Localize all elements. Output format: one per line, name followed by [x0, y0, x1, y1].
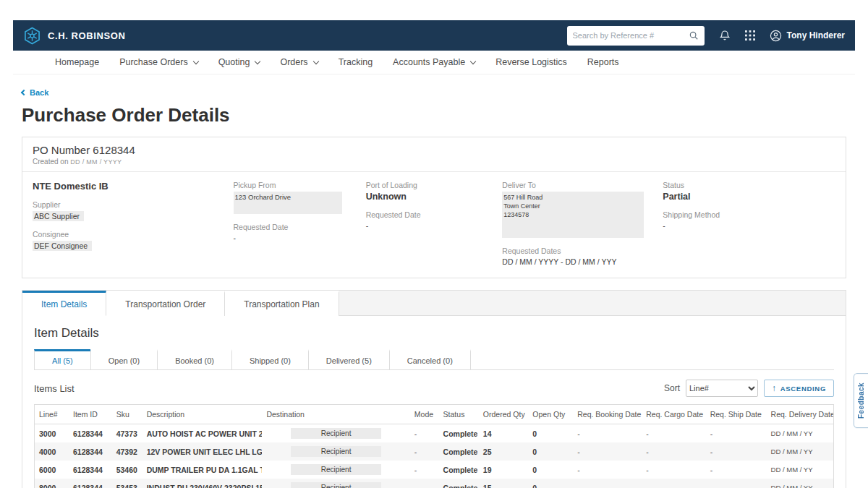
created-on: Created on DD / MM / YYYY [33, 158, 835, 166]
chevron-left-icon [21, 90, 27, 95]
requested-dates-value: DD / MM / YYYY - DD / MM / YYY [502, 257, 663, 266]
destination-value: Recipient [291, 482, 382, 488]
table-cell-destination: Recipient [262, 442, 409, 461]
table-cell-ordered-qty: 15 [479, 479, 529, 488]
table-cell-req-delivery-date: DD / MM / YY [767, 442, 834, 461]
filter-tab-all-5[interactable]: All (5) [34, 349, 91, 369]
port-of-loading-value: Unknown [366, 192, 503, 202]
tab-item-details[interactable]: Item Details [22, 291, 106, 316]
filter-tab-delivered-5[interactable]: Delivered (5) [308, 349, 390, 369]
table-cell-destination: Recipient [262, 479, 409, 488]
po-summary-card: PO Number 6128344 Created on DD / MM / Y… [22, 137, 846, 278]
table-cell-mode: - [410, 479, 439, 488]
tab-transportation-order[interactable]: Transportation Order [106, 291, 225, 316]
table-cell-open-qty: 0 [528, 479, 573, 488]
back-link[interactable]: Back [22, 88, 48, 97]
table-cell-description: DUMP TRAILER PU DA 1.1GAL TANK [142, 461, 263, 479]
sort-direction-button[interactable]: ↑ ASCENDING [764, 380, 834, 397]
user-menu[interactable]: Tony Hinderer [770, 30, 845, 42]
feedback-button[interactable]: Feedback [854, 373, 868, 428]
table-cell-mode: - [410, 424, 439, 443]
item-details-heading: Item Details [34, 326, 834, 341]
nav-item-homepage[interactable]: Homepage [55, 57, 99, 67]
table-cell-line: 6000 [35, 461, 69, 479]
search-icon[interactable] [689, 30, 699, 40]
pickup-from-label: Pickup From [234, 181, 366, 189]
brand-name: C.H. ROBINSON [48, 30, 125, 41]
column-header-req-booking-date: Req. Booking Date [573, 405, 642, 424]
table-row[interactable]: 3000612834447373AUTO HOIST AC POWER UNIT… [35, 424, 834, 443]
items-toolbar: Items List Sort Line# ↑ ASCENDING [34, 380, 834, 397]
requested-dates-label: Requested Dates [502, 247, 663, 255]
items-table-head-row: Line#Item IDSkuDescriptionDestinationMod… [35, 405, 834, 424]
global-search[interactable] [567, 26, 705, 46]
table-row[interactable]: 6000612834453460DUMP TRAILER PU DA 1.1GA… [35, 461, 834, 479]
table-cell-status: Complete [439, 442, 479, 461]
nav-item-quoting[interactable]: Quoting [218, 57, 260, 67]
table-cell-description: AUTO HOIST AC POWER UNIT 230V [142, 424, 263, 443]
nav-item-label: Homepage [55, 57, 99, 67]
table-cell-req-ship-date: - [706, 461, 767, 479]
filter-tabs: All (5)Open (0)Booked (0)Shipped (0)Deli… [34, 349, 834, 370]
search-input[interactable] [573, 31, 689, 40]
table-cell-line: 8000 [35, 479, 69, 488]
nav-item-orders[interactable]: Orders [280, 57, 318, 67]
table-cell-mode: - [410, 461, 439, 479]
notifications-bell-icon[interactable] [719, 30, 731, 41]
supplier-label: Supplier [33, 200, 234, 209]
table-cell-req-cargo-date: - [642, 479, 705, 488]
table-cell-status: Complete [439, 479, 479, 488]
table-cell-req-delivery-date: DD / MM / YY [767, 461, 834, 479]
table-row[interactable]: 400061283444739212V POWER UNIT ELEC LHL … [35, 442, 834, 461]
tab-transportation-plan[interactable]: Transportation Plan [225, 291, 339, 316]
po-number: PO Number 6128344 [33, 144, 835, 156]
table-cell-open-qty: 0 [528, 461, 573, 479]
table-cell-ordered-qty: 19 [479, 461, 529, 479]
po-col-pickup: Pickup From 123 Orchard Drive Requested … [234, 181, 366, 266]
table-cell-req-ship-date: - [706, 442, 767, 461]
filter-tab-shipped-0[interactable]: Shipped (0) [231, 349, 309, 369]
nav-item-purchase-orders[interactable]: Purchase Orders [119, 57, 197, 67]
port-of-loading-label: Port of Loading [366, 181, 503, 189]
column-header-status: Status [439, 405, 479, 424]
nav-item-accounts-payable[interactable]: Accounts Payable [393, 57, 475, 67]
apps-grid-icon[interactable] [745, 30, 755, 40]
filter-tab-booked-0[interactable]: Booked (0) [157, 349, 232, 369]
status-value: Partial [663, 192, 835, 202]
created-on-value: DD / MM / YYYY [70, 158, 122, 166]
table-cell-description: INDUST PU 230/460V 2320PSI 15 [142, 479, 263, 488]
status-label: Status [663, 181, 835, 189]
deliver-to-line: 1234578 [503, 210, 640, 219]
chevron-down-icon [312, 58, 318, 64]
created-on-label: Created on [33, 158, 68, 166]
nav-item-reports[interactable]: Reports [587, 57, 619, 67]
filter-tab-open-0[interactable]: Open (0) [90, 349, 158, 369]
destination-value: Recipient [291, 428, 382, 439]
table-cell-open-qty: 0 [528, 442, 573, 461]
chevron-down-icon [470, 58, 476, 64]
brand[interactable]: C.H. ROBINSON [23, 27, 125, 45]
shipping-method-value: - [663, 221, 835, 230]
table-cell-req-cargo-date: - [642, 442, 705, 461]
deliver-to-line: 567 Hill Road [503, 193, 640, 202]
deliver-to-line: Town Center [503, 202, 640, 210]
po-fields-grid: NTE Domestic IB Supplier ABC Supplier Co… [22, 172, 846, 278]
table-cell-req-booking-date: - [573, 424, 642, 443]
nav-item-label: Reports [587, 57, 619, 67]
sort-select[interactable]: Line# [686, 380, 758, 397]
column-header-description: Description [142, 405, 263, 424]
main-nav: HomepagePurchase OrdersQuotingOrdersTrac… [13, 51, 855, 74]
column-header-req-ship-date: Req. Ship Date [706, 405, 767, 424]
nav-item-tracking[interactable]: Tracking [339, 57, 373, 67]
table-row[interactable]: 8000612834453453INDUST PU 230/460V 2320P… [35, 479, 834, 488]
table-cell-destination: Recipient [262, 424, 409, 443]
table-cell-item-id: 6128344 [69, 461, 112, 479]
nav-item-label: Purchase Orders [119, 57, 187, 67]
shipping-method-label: Shipping Method [663, 210, 835, 219]
filter-tab-canceled-0[interactable]: Canceled (0) [389, 349, 471, 369]
deliver-to-label: Deliver To [502, 181, 663, 189]
pickup-requested-date-value: - [234, 234, 366, 242]
arrow-up-icon: ↑ [772, 383, 777, 393]
nav-item-reverse-logistics[interactable]: Reverse Logistics [495, 57, 567, 67]
column-header-item-id: Item ID [69, 405, 112, 424]
